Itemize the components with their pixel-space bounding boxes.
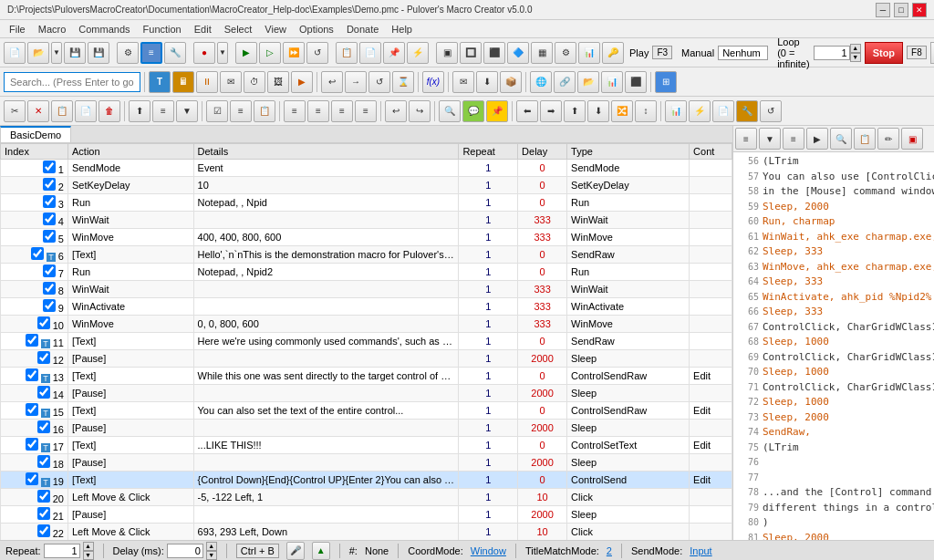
record-button[interactable]: ●	[193, 42, 215, 64]
microphone-icon[interactable]: 🎤	[286, 542, 305, 560]
row-checkbox[interactable]	[43, 264, 56, 277]
menu-edit[interactable]: Edit	[189, 22, 217, 36]
active-button[interactable]: ≡	[140, 42, 162, 64]
menu-options[interactable]: Options	[294, 22, 339, 36]
row-checkbox[interactable]	[26, 368, 38, 381]
table-row[interactable]: 18 [Pause] 1 2000 Sleep	[1, 454, 732, 472]
loop-up[interactable]: ▲	[850, 44, 861, 53]
cmd14[interactable]: ⬇	[476, 71, 498, 93]
table-row[interactable]: 9 WinActivate 1 333 WinActivate	[1, 298, 732, 316]
manual-input[interactable]	[718, 46, 768, 60]
loop-input[interactable]	[814, 46, 850, 60]
delay-input[interactable]	[167, 544, 203, 558]
play-step-button[interactable]: ▷	[259, 42, 281, 64]
cmd16[interactable]: 🌐	[530, 71, 552, 93]
table-row[interactable]: 12 [Pause] 1 2000 Sleep	[1, 350, 732, 368]
redo-button[interactable]: ↪	[409, 100, 431, 122]
tb10[interactable]: ▦	[531, 42, 553, 64]
edit8[interactable]: ▼	[176, 100, 198, 122]
clip2[interactable]: 📄	[359, 42, 381, 64]
repeat-down[interactable]: ▼	[83, 551, 94, 560]
edit12[interactable]: ≡	[284, 100, 306, 122]
edit11[interactable]: 📋	[254, 100, 275, 122]
rt2[interactable]: ▼	[759, 128, 781, 150]
open-dropdown[interactable]: ▼	[51, 42, 62, 64]
edit10[interactable]: ≡	[230, 100, 252, 122]
row-checkbox[interactable]	[43, 195, 56, 208]
new-button[interactable]: 📄	[4, 42, 26, 64]
pause-button[interactable]: Pause	[930, 42, 934, 64]
row-checkbox[interactable]	[43, 213, 56, 225]
row-checkbox[interactable]	[43, 230, 56, 243]
tb12[interactable]: 📊	[578, 42, 600, 64]
record-dropdown[interactable]: ▼	[217, 42, 228, 64]
row-checkbox[interactable]	[26, 438, 38, 451]
misc1[interactable]: 📊	[665, 100, 687, 122]
edit14[interactable]: ≡	[331, 100, 353, 122]
tb7[interactable]: 🔲	[460, 42, 482, 64]
misc3[interactable]: 📄	[712, 100, 734, 122]
maximize-button[interactable]: □	[894, 3, 908, 17]
table-row[interactable]: 16 [Pause] 1 2000 Sleep	[1, 420, 732, 437]
delay-down[interactable]: ▼	[206, 551, 217, 560]
tools-button[interactable]: 🔧	[164, 42, 186, 64]
edit7[interactable]: ≡	[152, 100, 174, 122]
nav6[interactable]: ↕	[635, 100, 657, 122]
edit4[interactable]: 📄	[75, 100, 97, 122]
cmd21[interactable]: ⊞	[655, 71, 677, 93]
tb13[interactable]: 🔑	[602, 42, 624, 64]
table-row[interactable]: 3 Run Notepad, , Npid 1 0 Run	[1, 194, 732, 212]
msg-button[interactable]: 💬	[462, 100, 484, 122]
play-slow-button[interactable]: ⏩	[283, 42, 305, 64]
delay-up[interactable]: ▲	[206, 542, 217, 551]
edit2[interactable]: ✕	[27, 100, 49, 122]
row-checkbox[interactable]	[26, 334, 38, 347]
cmd3[interactable]: ⏸	[196, 71, 218, 93]
table-row[interactable]: 5 WinMove 400, 400, 800, 600 1 333 WinMo…	[1, 229, 732, 246]
repeat-input[interactable]	[44, 544, 80, 558]
row-checkbox[interactable]	[37, 490, 50, 503]
edit1[interactable]: ✂	[4, 100, 26, 122]
save-as-button[interactable]: 💾	[88, 42, 109, 64]
edit15[interactable]: ≡	[355, 100, 377, 122]
table-row[interactable]: 20 Left Move & Click -5, -122 Left, 1 1 …	[1, 489, 732, 506]
clip3[interactable]: 📌	[383, 42, 405, 64]
table-row[interactable]: T 6 [Text] Hello',`n`nThis is the demons…	[1, 246, 732, 264]
open-button[interactable]: 📂	[27, 42, 49, 64]
edit13[interactable]: ≡	[307, 100, 329, 122]
tb11[interactable]: ⚙	[555, 42, 576, 64]
row-checkbox[interactable]	[37, 507, 50, 520]
table-row[interactable]: 10 WinMove 0, 0, 800, 600 1 333 WinMove	[1, 316, 732, 333]
menu-view[interactable]: View	[259, 22, 292, 36]
misc5[interactable]: ↺	[760, 100, 782, 122]
stop-key[interactable]: F8	[907, 46, 927, 59]
table-row[interactable]: 22 Left Move & Click 693, 293 Left, Down…	[1, 524, 732, 541]
table-row[interactable]: T 17 [Text] ...LIKE THIS!!! 1 0 ControlS…	[1, 437, 732, 454]
nav2[interactable]: ➡	[540, 100, 562, 122]
row-checkbox[interactable]	[37, 386, 50, 399]
nav4[interactable]: ⬇	[587, 100, 609, 122]
nav5[interactable]: 🔀	[611, 100, 633, 122]
table-row[interactable]: T 13 [Text] While this one was sent dire…	[1, 368, 732, 385]
menu-commands[interactable]: Commands	[73, 22, 135, 36]
cmd11[interactable]: ⌛	[392, 71, 414, 93]
cmd10[interactable]: ↺	[368, 71, 390, 93]
cmd13[interactable]: ✉	[452, 71, 474, 93]
rt3[interactable]: ≡	[783, 128, 804, 150]
edit6[interactable]: ⬆	[129, 100, 150, 122]
cmd2[interactable]: 🖩	[172, 71, 194, 93]
table-row[interactable]: T 19 [Text] {Control Down}{End}{Control …	[1, 472, 732, 489]
table-row[interactable]: 8 WinWait 1 333 WinWait	[1, 281, 732, 298]
row-checkbox[interactable]	[43, 282, 56, 295]
menu-select[interactable]: Select	[219, 22, 258, 36]
edit9[interactable]: ☑	[206, 100, 228, 122]
close-button[interactable]: ✕	[912, 3, 927, 17]
cmd19[interactable]: 📊	[601, 71, 623, 93]
row-checkbox[interactable]	[31, 247, 44, 260]
rt5[interactable]: 🔍	[830, 128, 852, 150]
menu-function[interactable]: Function	[138, 22, 187, 36]
cmd4[interactable]: ✉	[220, 71, 242, 93]
nav1[interactable]: ⬅	[516, 100, 538, 122]
row-checkbox[interactable]	[37, 316, 50, 329]
cmd6[interactable]: 🖼	[267, 71, 289, 93]
